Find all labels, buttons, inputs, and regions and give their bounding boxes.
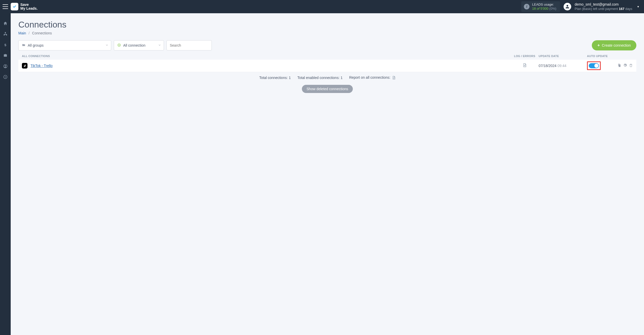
info-icon: i (524, 4, 529, 9)
report-label: Report on all connections: (349, 75, 391, 79)
tiktok-icon (22, 63, 27, 69)
copy-icon[interactable] (617, 63, 621, 68)
row-actions (612, 63, 633, 68)
document-icon[interactable] (523, 63, 527, 69)
folder-icon (22, 43, 26, 48)
create-connection-button[interactable]: + Create connection (592, 40, 636, 50)
dollar-icon[interactable]: $ (3, 42, 8, 47)
status-select[interactable]: All connection (114, 40, 164, 50)
svg-point-2 (5, 65, 6, 66)
user-plan: Plan |Basic| left until payment 167 days (575, 7, 632, 11)
th-name: ALL CONNECTIONS (22, 55, 511, 58)
app-logo[interactable] (11, 3, 18, 10)
plan-days: 167 (619, 7, 624, 11)
sidebar: $ ? (0, 13, 11, 335)
auto-update-toggle[interactable] (589, 63, 599, 68)
home-icon[interactable] (3, 21, 8, 26)
briefcase-icon[interactable] (3, 53, 8, 58)
chevron-down-icon[interactable]: ▾ (637, 5, 639, 8)
th-update: UPDATE DATE (539, 55, 584, 58)
gear-icon[interactable] (623, 63, 627, 68)
date-value: 07/18/2024 (539, 64, 556, 68)
brand-name: Save My Leads. (20, 3, 38, 11)
enabled-connections: Total enabled connections: 1 (297, 76, 342, 80)
leads-usage-text: LEADS usage: 18 of 5'000 (0%) (532, 3, 556, 11)
leads-total: 5'000 (540, 7, 548, 10)
summary-row: Total connections: 1 Total enabled conne… (18, 75, 636, 80)
total-connections: Total connections: 1 (259, 76, 291, 80)
user-circle-icon[interactable] (3, 64, 8, 69)
groups-select-label: All groups (28, 43, 44, 47)
enabled-val: 1 (341, 76, 343, 80)
leads-used: 18 (532, 7, 536, 10)
play-circle-icon (117, 43, 121, 48)
create-button-label: Create connection (602, 43, 631, 47)
page-title: Connections (18, 20, 636, 30)
topbar: Save My Leads. i LEADS usage: 18 of 5'00… (0, 0, 644, 13)
user-avatar-icon[interactable] (564, 3, 571, 10)
total-val: 1 (289, 76, 291, 80)
row-log (511, 63, 539, 69)
sitemap-icon[interactable] (3, 32, 8, 37)
plan-name: Basic (583, 7, 591, 11)
document-icon[interactable] (392, 76, 396, 80)
report-connections: Report on all connections: (349, 75, 396, 80)
plan-suffix: days (624, 7, 632, 11)
svg-text:?: ? (5, 76, 6, 78)
table-row: TikTok - Trello 07/18/2024 09:44 (18, 60, 636, 72)
show-deleted-button[interactable]: Show deleted connections (302, 85, 353, 93)
row-date: 07/18/2024 09:44 (539, 64, 584, 68)
connection-name[interactable]: TikTok - Trello (31, 64, 511, 68)
plan-prefix: Plan | (575, 7, 583, 11)
chevron-down-icon (158, 43, 161, 47)
leads-usage-badge[interactable]: i LEADS usage: 18 of 5'000 (0%) (521, 1, 560, 12)
trash-icon[interactable] (629, 63, 633, 68)
hamburger-icon[interactable] (3, 4, 8, 9)
user-email: demo_sml_test@gmail.com (575, 2, 632, 7)
row-auto (584, 61, 612, 70)
time-value: 09:44 (557, 64, 566, 68)
th-log: LOG / ERRORS (511, 55, 539, 58)
leads-pct: (0%) (549, 7, 556, 10)
groups-select[interactable]: All groups (18, 40, 111, 50)
breadcrumb-current: Connections (32, 31, 52, 35)
svg-text:$: $ (4, 43, 6, 47)
search-input[interactable] (170, 43, 208, 47)
plan-mid: | left until payment (591, 7, 619, 11)
breadcrumb-sep: / (29, 31, 30, 35)
th-auto: AUTO UPDATE (584, 55, 633, 58)
brand-line2: My Leads. (20, 7, 38, 10)
brand-line1: Save (20, 3, 38, 7)
breadcrumb: Main / Connections (18, 31, 636, 35)
search-box[interactable] (166, 40, 212, 50)
toggle-highlight (587, 61, 601, 70)
leads-of: of (537, 7, 540, 10)
total-label: Total connections: (259, 76, 289, 80)
table-header: ALL CONNECTIONS LOG / ERRORS UPDATE DATE… (18, 55, 636, 58)
enabled-label: Total enabled connections: (297, 76, 341, 80)
user-info[interactable]: demo_sml_test@gmail.com Plan |Basic| lef… (575, 2, 632, 11)
leads-label: LEADS usage: (532, 3, 556, 7)
help-icon[interactable]: ? (3, 74, 8, 79)
status-select-label: All connection (123, 43, 145, 47)
chevron-down-icon (105, 43, 108, 47)
breadcrumb-main[interactable]: Main (18, 31, 26, 35)
main-content: Connections Main / Connections All group… (11, 13, 644, 335)
filters-row: All groups All connection + Create conne… (18, 40, 636, 50)
plus-icon: + (597, 43, 600, 48)
